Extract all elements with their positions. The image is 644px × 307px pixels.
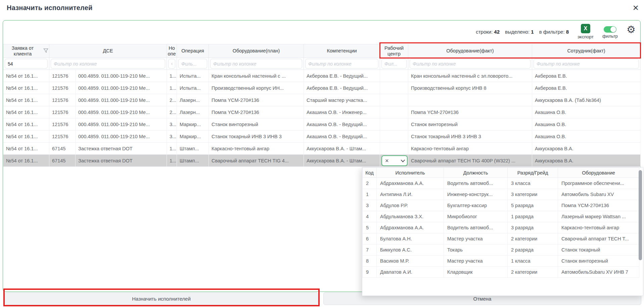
picker-cell[interactable]: Водитель автомоб... bbox=[444, 222, 508, 233]
cell[interactable]: №54 от 16.1... bbox=[3, 94, 49, 106]
workcenter-combobox[interactable]: × bbox=[381, 155, 408, 166]
cell[interactable] bbox=[380, 70, 408, 82]
cell[interactable]: №54 от 16.1... bbox=[3, 130, 49, 143]
cell[interactable]: Акберова Е.В. - Ведущий... bbox=[304, 82, 380, 94]
picker-row[interactable]: 5Абдрахманова А.А.Водитель автомоб...3 р… bbox=[363, 222, 639, 233]
picker-cell[interactable]: Биккулов А.С. bbox=[377, 244, 444, 256]
filter-input-employee-fact[interactable] bbox=[534, 59, 639, 69]
col-header-competencies[interactable]: Компетенции bbox=[304, 44, 380, 58]
cell[interactable]: Акашина О.В. bbox=[532, 130, 641, 143]
cell[interactable]: 121576 bbox=[49, 82, 76, 94]
cell[interactable]: Помпа YCM-270#136 bbox=[408, 106, 532, 118]
col-header-equipment-fact[interactable]: Оборудование(факт) bbox=[408, 44, 532, 58]
cell[interactable]: Производственный корпус ИН... bbox=[209, 82, 304, 94]
picker-cell[interactable]: 9 bbox=[363, 267, 377, 278]
picker-cell[interactable]: 8 bbox=[363, 256, 377, 267]
export-button[interactable]: X экспорт bbox=[578, 24, 594, 39]
cell[interactable]: №54 от 16.1... bbox=[3, 82, 49, 94]
cell[interactable]: Аккускарова В.А. - Штам... bbox=[304, 155, 380, 167]
cell[interactable]: Кран консольный настенный с эл.поворото.… bbox=[408, 70, 532, 82]
filter-input-workcenter[interactable] bbox=[381, 59, 407, 69]
cell[interactable]: Аккускарова В.А. bbox=[532, 155, 641, 167]
cell[interactable]: №54 от 16.1... bbox=[3, 143, 49, 155]
cell[interactable]: 1... bbox=[167, 143, 177, 155]
cell[interactable]: Акберова Е.В. - Ведущий... bbox=[304, 70, 380, 82]
picker-cell[interactable]: Программное обеспечени... bbox=[558, 178, 639, 189]
picker-col-equipment[interactable]: Оборудование bbox=[558, 168, 639, 178]
table-row[interactable]: №54 от 16.1...121576000.4859. 011.000-11… bbox=[3, 82, 641, 94]
picker-cell[interactable]: 1 bbox=[363, 189, 377, 200]
cell[interactable]: Маркир... bbox=[177, 130, 209, 143]
picker-row[interactable]: 9Давлатов А.И.Кладовщик2 категорииАвтомо… bbox=[363, 267, 639, 278]
filter-input-equipment-plan[interactable] bbox=[210, 59, 302, 69]
picker-cell[interactable]: 4 bbox=[363, 211, 377, 222]
col-header-request[interactable]: Заявка от клиента bbox=[3, 44, 49, 58]
cell[interactable]: 000.4859. 011.000-119-210 Ме... bbox=[76, 94, 167, 106]
cell[interactable]: Каркасно-тентовый ангар bbox=[408, 143, 532, 155]
picker-row[interactable]: 3Абдулов Р.Р.Бухгалтер-кассир5 разрядаПо… bbox=[363, 200, 639, 211]
picker-scrollbar[interactable] bbox=[639, 170, 642, 260]
cell[interactable]: Акберова Е.В. bbox=[532, 70, 641, 82]
picker-cell[interactable]: Станок винторезный bbox=[558, 256, 639, 267]
cell[interactable]: Акашина О.В. bbox=[532, 118, 641, 130]
cell[interactable]: Производственный корпус ИНВ 8 bbox=[408, 82, 532, 94]
cell[interactable]: 000.4859. 011.000-119-210 Ме... bbox=[76, 70, 167, 82]
table-row[interactable]: №54 от 16.1...121576000.4859. 011.000-11… bbox=[3, 130, 641, 143]
picker-row[interactable]: 7Биккулов А.С.Токарь2 разрядаСтанок тока… bbox=[363, 244, 639, 256]
cell[interactable]: Штамп... bbox=[177, 155, 209, 167]
picker-col-grade[interactable]: Разряд/Грейд bbox=[508, 168, 558, 178]
picker-cell[interactable]: 1 класса bbox=[508, 256, 558, 267]
cell[interactable] bbox=[380, 82, 408, 94]
col-header-operation[interactable]: Операция bbox=[177, 44, 209, 58]
cell[interactable] bbox=[380, 106, 408, 118]
cell[interactable]: 121576 bbox=[49, 130, 76, 143]
picker-cell[interactable]: Помпа YCM-270#136 bbox=[558, 200, 639, 211]
cell[interactable]: 121576 bbox=[49, 106, 76, 118]
cell[interactable]: Акашина О.В. - Ведущий... bbox=[304, 130, 380, 143]
cell[interactable]: 67145 bbox=[49, 155, 76, 167]
picker-cell[interactable]: Антипина Л.И. bbox=[377, 189, 444, 200]
cell[interactable] bbox=[380, 94, 408, 106]
cell[interactable]: 000.4859. 011.000-119-210 Ме... bbox=[76, 130, 167, 143]
cell[interactable]: Аккускарова В.А. - Штам... bbox=[304, 143, 380, 155]
cell[interactable]: 1... bbox=[167, 82, 177, 94]
cell[interactable]: Помпа YCM-270#136 bbox=[209, 106, 304, 118]
filter-input-competencies[interactable] bbox=[305, 59, 378, 69]
filter-input-dse[interactable] bbox=[51, 59, 165, 69]
picker-cell[interactable]: Давлатов А.И. bbox=[377, 267, 444, 278]
cell[interactable]: 67145 bbox=[49, 143, 76, 155]
picker-cell[interactable]: Сварочный аппарат TECH T... bbox=[558, 233, 639, 244]
picker-cell[interactable]: 3 класса bbox=[508, 178, 558, 189]
picker-cell[interactable]: Булатова А.Н. bbox=[377, 233, 444, 244]
cell[interactable]: 121576 bbox=[49, 118, 76, 130]
filter-funnel-icon[interactable] bbox=[43, 48, 48, 53]
cell[interactable]: Испыта... bbox=[177, 70, 209, 82]
picker-cell[interactable]: 5 разряда bbox=[508, 200, 558, 211]
cell[interactable]: 000.4859. 011.000-119-210 Ме... bbox=[76, 106, 167, 118]
picker-cell[interactable]: 2 категории bbox=[508, 267, 558, 278]
cell[interactable]: Лазерн... bbox=[177, 94, 209, 106]
cell[interactable]: × bbox=[380, 155, 408, 167]
cell[interactable] bbox=[380, 118, 408, 130]
cell[interactable]: 1... bbox=[167, 70, 177, 82]
cell[interactable]: Аккускарова В.А. bbox=[532, 143, 641, 155]
picker-cell[interactable]: Мастер участка bbox=[444, 256, 508, 267]
cell[interactable]: Маркир... bbox=[177, 118, 209, 130]
table-row[interactable]: №54 от 16.1...67145Застежка ответная DOT… bbox=[3, 143, 641, 155]
cell[interactable]: Помпа YCM-270#136 bbox=[209, 94, 304, 106]
table-row[interactable]: №54 от 16.1...121576000.4859. 011.000-11… bbox=[3, 94, 641, 106]
cell[interactable]: Акашина О.В. bbox=[532, 106, 641, 118]
cell[interactable]: Станок токарный ИНВ 3 ИНВ 3 bbox=[408, 130, 532, 143]
filter-input-equipment-fact[interactable] bbox=[410, 59, 531, 69]
excel-export-icon[interactable]: X bbox=[581, 24, 590, 33]
picker-cell[interactable]: 3 категории bbox=[508, 189, 558, 200]
cell[interactable]: Сварочный аппарат TECH TIG 400P (W322) .… bbox=[408, 155, 532, 167]
cell[interactable]: Акашина О.В. - Ведущий... bbox=[304, 118, 380, 130]
picker-cell[interactable]: 7 bbox=[363, 244, 377, 256]
cell[interactable]: 000.4859. 011.000-119-210 Ме... bbox=[76, 118, 167, 130]
picker-cell[interactable]: 2 категории bbox=[508, 233, 558, 244]
cell[interactable]: №54 от 16.1... bbox=[3, 70, 49, 82]
cell[interactable]: 2... bbox=[167, 94, 177, 106]
filter-input-opno[interactable] bbox=[168, 59, 175, 69]
picker-cell[interactable]: Водитель автомоб... bbox=[444, 178, 508, 189]
